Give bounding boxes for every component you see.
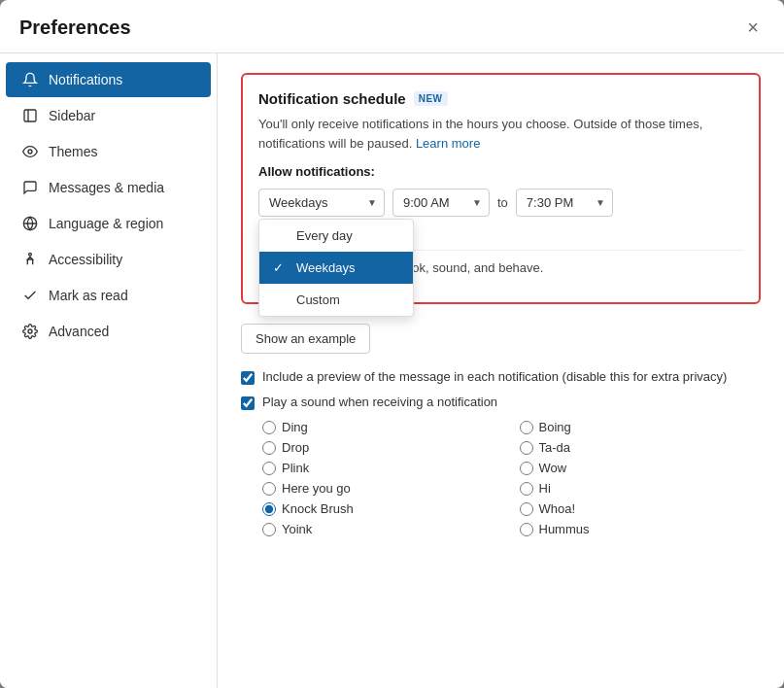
radio-boing[interactable]	[520, 421, 533, 434]
new-badge: NEW	[414, 91, 448, 106]
message-icon	[21, 179, 39, 196]
sidebar-label-messages-media: Messages & media	[49, 180, 164, 195]
sound-whoa: Whoa!	[520, 501, 762, 516]
sound-label-wow: Wow	[539, 461, 567, 475]
sound-hi: Hi	[520, 481, 762, 496]
end-time-select[interactable]: 7:30 PM ▼	[516, 189, 613, 217]
sidebar-item-accessibility[interactable]: Accessibility	[6, 242, 211, 277]
sound-label-hi: Hi	[539, 481, 551, 496]
bell-icon	[21, 71, 39, 88]
play-sound-label: Play a sound when receiving a notificati…	[262, 395, 497, 409]
globe-icon	[21, 215, 39, 232]
sidebar-label-accessibility: Accessibility	[49, 252, 122, 267]
include-preview-row: Include a preview of the message in each…	[241, 369, 761, 385]
include-preview-label: Include a preview of the message in each…	[262, 369, 727, 384]
sound-knock-brush: Knock Brush	[262, 501, 504, 516]
start-time-select[interactable]: 9:00 AM ▼	[392, 189, 490, 217]
radio-plink[interactable]	[262, 462, 276, 475]
sound-label-drop: Drop	[282, 440, 309, 455]
sidebar-label-sidebar: Sidebar	[49, 108, 95, 123]
dropdown-item-everyday[interactable]: Every day	[259, 220, 413, 252]
checkmark-icon	[21, 287, 39, 304]
main-content: Notification schedule NEW You'll only re…	[218, 53, 784, 688]
end-time-chevron-icon: ▼	[596, 197, 605, 208]
sound-drop: Drop	[262, 440, 504, 455]
sidebar-item-mark-as-read[interactable]: Mark as read	[6, 278, 211, 313]
dropdown-item-weekdays[interactable]: ✓ Weekdays	[259, 252, 413, 284]
play-sound-checkbox[interactable]	[241, 396, 255, 410]
radio-wow[interactable]	[520, 462, 533, 475]
sound-label-knock-brush: Knock Brush	[282, 501, 354, 516]
radio-hummus[interactable]	[520, 523, 533, 536]
notification-schedule-section: Notification schedule NEW You'll only re…	[241, 73, 761, 304]
svg-point-6	[28, 329, 32, 333]
radio-tada[interactable]	[520, 441, 533, 455]
modal-body: Notifications Sidebar Themes	[0, 53, 784, 688]
start-time-chevron-icon: ▼	[472, 197, 482, 208]
sound-yoink: Yoink	[262, 522, 504, 536]
eye-icon	[21, 143, 39, 160]
sound-label-here-you-go: Here you go	[282, 481, 351, 496]
section-title-row: Notification schedule NEW	[258, 90, 743, 107]
sidebar-label-themes: Themes	[49, 144, 98, 159]
section-description: You'll only receive notifications in the…	[258, 115, 743, 153]
sound-label-ding: Ding	[282, 420, 308, 434]
close-button[interactable]: ×	[741, 16, 765, 39]
include-preview-checkbox[interactable]	[241, 371, 255, 385]
sidebar-item-notifications[interactable]: Notifications	[6, 62, 211, 97]
start-time-wrapper: 9:00 AM ▼	[392, 189, 490, 217]
sidebar-item-messages-media[interactable]: Messages & media	[6, 170, 211, 205]
sidebar-label-notifications: Notifications	[49, 72, 122, 87]
end-time-wrapper: 7:30 PM ▼	[516, 189, 613, 217]
play-sound-row: Play a sound when receiving a notificati…	[241, 395, 761, 410]
sidebar-item-advanced[interactable]: Advanced	[6, 314, 211, 349]
sound-label-whoa: Whoa!	[539, 501, 576, 516]
sound-label-tada: Ta-da	[539, 440, 571, 455]
sidebar-label-advanced: Advanced	[49, 324, 109, 339]
sound-plink: Plink	[262, 461, 504, 475]
sidebar-item-language-region[interactable]: Language & region	[6, 206, 211, 241]
allow-label: Allow notifications:	[258, 164, 743, 179]
day-dropdown-menu: Every day ✓ Weekdays Custom	[258, 219, 414, 317]
sound-boing: Boing	[520, 420, 762, 434]
sound-ding: Ding	[262, 420, 504, 434]
sound-wow: Wow	[520, 461, 762, 475]
radio-here-you-go[interactable]	[262, 482, 276, 496]
accessibility-icon	[21, 251, 39, 268]
to-label: to	[497, 195, 508, 210]
radio-ding[interactable]	[262, 421, 276, 434]
radio-knock-brush[interactable]	[262, 502, 276, 516]
sound-options-grid: Ding Boing Drop Ta-da Plink	[262, 420, 761, 536]
sound-label-hummus: Hummus	[539, 522, 590, 536]
chevron-down-icon: ▼	[367, 197, 377, 208]
radio-whoa[interactable]	[520, 502, 533, 516]
show-example-button[interactable]: Show an example	[241, 324, 370, 354]
sound-hummus: Hummus	[520, 522, 762, 536]
radio-yoink[interactable]	[262, 523, 276, 536]
sound-label-boing: Boing	[539, 420, 571, 434]
sidebar-icon	[21, 107, 39, 124]
modal-header: Preferences ×	[0, 0, 784, 53]
sidebar-label-mark-as-read: Mark as read	[49, 288, 128, 303]
learn-more-link[interactable]: Learn more	[416, 136, 480, 151]
sidebar-label-language-region: Language & region	[49, 216, 163, 231]
sound-here-you-go: Here you go	[262, 481, 504, 496]
radio-hi[interactable]	[520, 482, 533, 496]
sound-tada: Ta-da	[520, 440, 762, 455]
dropdown-item-custom[interactable]: Custom	[259, 284, 413, 316]
svg-rect-0	[24, 110, 36, 121]
day-select[interactable]: Weekdays ▼	[258, 189, 385, 217]
gear-icon	[21, 323, 39, 340]
radio-drop[interactable]	[262, 441, 276, 455]
svg-point-5	[29, 253, 32, 256]
sidebar: Notifications Sidebar Themes	[0, 53, 218, 688]
modal-title: Preferences	[19, 17, 131, 39]
sound-label-plink: Plink	[282, 461, 309, 475]
sound-label-yoink: Yoink	[282, 522, 312, 536]
svg-point-2	[28, 150, 32, 154]
section-title: Notification schedule	[258, 90, 406, 107]
day-select-wrapper: Weekdays ▼ Every day ✓ Weekdays	[258, 189, 385, 217]
sidebar-item-themes[interactable]: Themes	[6, 134, 211, 169]
preferences-modal: Preferences × Notifications	[0, 0, 784, 688]
sidebar-item-sidebar[interactable]: Sidebar	[6, 98, 211, 133]
